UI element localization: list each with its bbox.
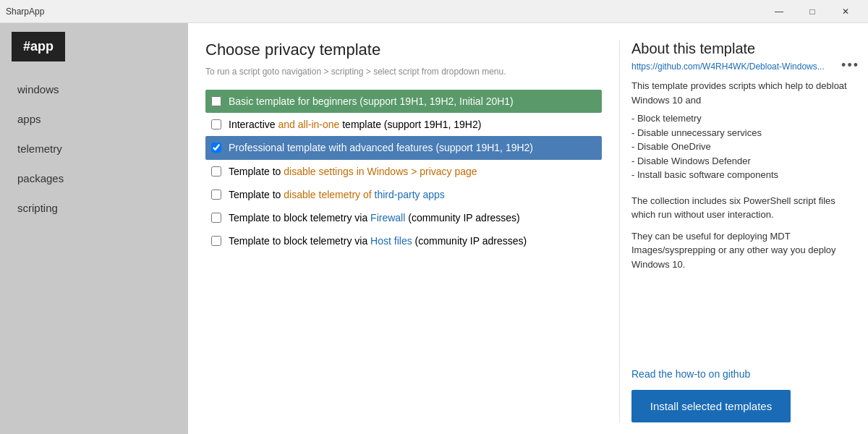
checkbox-block-firewall[interactable] — [211, 213, 221, 223]
about-link[interactable]: https://github.com/W4RH4WK/Debloat-Windo… — [631, 61, 851, 72]
checkbox-disable-settings[interactable] — [211, 166, 221, 176]
highlight-disable: disable settings in Windows > privacy pa… — [284, 166, 477, 177]
about-panel: About this template https://github.com/W… — [619, 41, 851, 422]
about-desc-1: This template provides scripts which hel… — [631, 79, 851, 187]
template-item-block-host[interactable]: Template to block telemetry via Host fil… — [205, 229, 602, 252]
about-bullets: Block telemetry Disable unnecessary serv… — [631, 111, 851, 182]
titlebar: SharpApp — □ ✕ — [0, 0, 868, 23]
highlight-telemetry: disable telemetry of third-party apps — [284, 189, 445, 200]
template-item-block-firewall[interactable]: Template to block telemetry via Firewall… — [205, 206, 602, 229]
maximize-button[interactable]: □ — [796, 0, 829, 23]
template-label-professional: Professional template with advanced feat… — [229, 141, 533, 154]
about-title: About this template — [631, 41, 851, 57]
read-howto-link[interactable]: Read the how-to on github — [631, 368, 851, 380]
instruction-text: To run a script goto navigation > script… — [205, 67, 602, 77]
sidebar-item-telemetry[interactable]: telemetry — [0, 135, 188, 162]
main-area: Choose privacy template To run a script … — [188, 23, 868, 434]
bullet-1: Block telemetry — [631, 111, 851, 126]
template-item-basic[interactable]: Basic template for beginners (support 19… — [205, 90, 602, 113]
install-button[interactable]: Install selected templates — [631, 390, 791, 422]
template-label-block-host: Template to block telemetry via Host fil… — [229, 234, 527, 247]
checkbox-disable-telemetry[interactable] — [211, 190, 221, 200]
checkbox-interactive[interactable] — [211, 119, 221, 129]
bullet-2: Disable unnecessary services — [631, 126, 851, 140]
more-button[interactable]: ••• — [841, 58, 859, 73]
content: ••• Choose privacy template To run a scr… — [188, 23, 868, 434]
checkbox-basic[interactable] — [211, 96, 221, 106]
about-desc-3: They can be useful for deploying MDT Ima… — [631, 229, 851, 272]
app-body: #app windows apps telemetry packages scr… — [0, 23, 868, 434]
about-footer: Read the how-to on github Install select… — [631, 357, 851, 422]
template-section: Choose privacy template To run a script … — [205, 41, 619, 422]
checkbox-professional[interactable] — [211, 142, 221, 153]
page-title: Choose privacy template — [205, 41, 602, 59]
template-list: Basic template for beginners (support 19… — [205, 90, 602, 252]
checkbox-block-host[interactable] — [211, 236, 221, 246]
sidebar-item-scripting[interactable]: scripting — [0, 195, 188, 221]
highlight-firewall: Firewall — [370, 212, 405, 224]
template-label-interactive: Interactive and all-in-one template (sup… — [229, 118, 481, 131]
template-item-professional[interactable]: Professional template with advanced feat… — [205, 136, 602, 159]
highlight-host: Host files — [370, 235, 412, 247]
titlebar-controls: — □ ✕ — [762, 0, 862, 23]
close-button[interactable]: ✕ — [829, 0, 862, 23]
sidebar-logo: #app — [12, 32, 65, 61]
sidebar: #app windows apps telemetry packages scr… — [0, 23, 188, 434]
sidebar-item-packages[interactable]: packages — [0, 165, 188, 192]
template-label-disable-telemetry: Template to disable telemetry of third-p… — [229, 188, 445, 201]
about-desc-2: The collection includes six PowerShell s… — [631, 194, 851, 222]
app-title: SharpApp — [6, 7, 44, 17]
bullet-5: Install basic software components — [631, 168, 851, 182]
template-item-disable-settings[interactable]: Template to disable settings in Windows … — [205, 160, 602, 183]
minimize-button[interactable]: — — [762, 0, 796, 23]
sidebar-item-apps[interactable]: apps — [0, 106, 188, 132]
template-label-block-firewall: Template to block telemetry via Firewall… — [229, 211, 520, 224]
template-label-basic: Basic template for beginners (support 19… — [229, 95, 514, 108]
bullet-3: Disable OneDrive — [631, 140, 851, 154]
template-item-disable-telemetry[interactable]: Template to disable telemetry of third-p… — [205, 183, 602, 206]
highlight-allinone: and all-in-one — [278, 119, 339, 130]
highlight-thirdparty: third-party apps — [375, 189, 445, 200]
template-item-interactive[interactable]: Interactive and all-in-one template (sup… — [205, 113, 602, 136]
titlebar-left: SharpApp — [6, 7, 44, 17]
bullet-4: Disable Windows Defender — [631, 154, 851, 169]
sidebar-nav: windows apps telemetry packages scriptin… — [0, 76, 188, 221]
sidebar-item-windows[interactable]: windows — [0, 76, 188, 103]
template-label-disable-settings: Template to disable settings in Windows … — [229, 165, 477, 178]
